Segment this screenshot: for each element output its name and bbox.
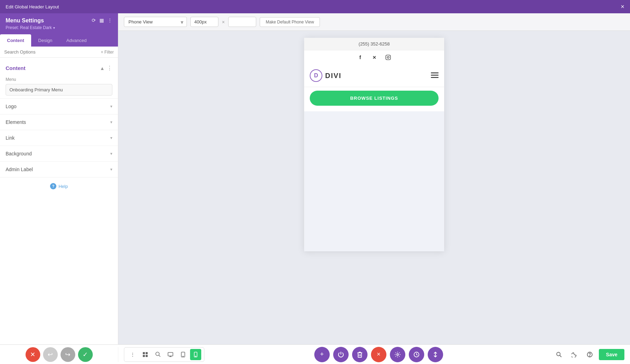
trash-circle-button[interactable] bbox=[352, 347, 368, 362]
tool-dots-button[interactable]: ⋮ bbox=[127, 349, 138, 360]
help-section: ? Help bbox=[0, 177, 118, 195]
content-section-title: Content bbox=[6, 65, 26, 71]
phone-number: (255) 352-6258 bbox=[359, 41, 390, 47]
undo-button[interactable]: ↩ bbox=[43, 347, 58, 362]
more-options-button[interactable]: ⋮ bbox=[107, 18, 112, 23]
gbb-right: ⋮ bbox=[118, 347, 630, 362]
twitter-x-icon[interactable]: ✕ bbox=[370, 53, 378, 62]
preview-body bbox=[304, 111, 444, 251]
hamburger-menu-icon[interactable] bbox=[431, 72, 439, 80]
make-default-button[interactable]: Make Default Phone View bbox=[260, 17, 320, 27]
gbb-right-actions: Save bbox=[553, 348, 624, 361]
tool-phone-button[interactable] bbox=[190, 349, 201, 360]
extra-input[interactable] bbox=[228, 17, 256, 27]
collapsible-logo[interactable]: Logo ▾ bbox=[0, 98, 118, 114]
add-circle-button[interactable]: + bbox=[314, 347, 330, 362]
svg-rect-5 bbox=[431, 77, 439, 78]
redo-button[interactable]: ↪ bbox=[61, 347, 75, 362]
width-clear-button[interactable]: × bbox=[222, 19, 225, 25]
svg-rect-0 bbox=[386, 55, 390, 59]
sync-icon-button[interactable]: ⟳ bbox=[92, 18, 96, 23]
history-circle-button[interactable] bbox=[409, 347, 424, 362]
tool-desktop-button[interactable] bbox=[165, 349, 176, 360]
view-select-wrapper: Phone View Tablet View Desktop View ▾ bbox=[124, 17, 187, 27]
svg-point-22 bbox=[397, 354, 398, 355]
svg-point-28 bbox=[590, 356, 590, 356]
svg-rect-19 bbox=[358, 353, 362, 357]
instagram-icon[interactable] bbox=[384, 53, 392, 62]
admin-label-chevron-icon: ▾ bbox=[110, 167, 112, 172]
width-input[interactable] bbox=[190, 17, 218, 27]
svg-rect-12 bbox=[168, 352, 173, 356]
content-section-header: Content ▲ ⋮ bbox=[0, 61, 118, 74]
menu-label: Menu bbox=[6, 77, 112, 82]
left-panel: Menu Settings Preset: Real Estate Dark ▾… bbox=[0, 13, 118, 344]
svg-point-1 bbox=[387, 56, 389, 58]
divi-text: DIVI bbox=[325, 72, 342, 80]
tool-search-button[interactable] bbox=[152, 349, 163, 360]
link-chevron-icon: ▾ bbox=[110, 135, 112, 140]
title-bar-text: Edit Global Header Layout bbox=[6, 4, 59, 9]
settings-circle-button[interactable] bbox=[390, 347, 405, 362]
facebook-icon[interactable]: f bbox=[356, 53, 364, 62]
global-bottom-bar: ✕ ↩ ↪ ✓ ⋮ bbox=[0, 344, 630, 364]
gbb-left: ✕ ↩ ↪ ✓ bbox=[0, 347, 118, 362]
background-chevron-icon: ▾ bbox=[110, 151, 112, 156]
preview-topbar: (255) 352-6258 bbox=[304, 38, 444, 50]
tab-design[interactable]: Design bbox=[31, 34, 59, 47]
collapsible-admin-label[interactable]: Admin Label ▾ bbox=[0, 161, 118, 177]
columns-icon-button[interactable]: ▦ bbox=[99, 18, 104, 23]
collapsible-elements[interactable]: Elements ▾ bbox=[0, 114, 118, 130]
gbb-center-buttons: + × bbox=[207, 347, 550, 362]
tabs-container: Content Design Advanced bbox=[0, 34, 118, 47]
help-link[interactable]: ? Help bbox=[6, 183, 112, 189]
search-right-button[interactable] bbox=[553, 348, 565, 361]
search-input[interactable] bbox=[4, 49, 98, 55]
tool-grid-button[interactable] bbox=[140, 349, 151, 360]
preview-navbar: D DIVI bbox=[304, 64, 444, 87]
view-select[interactable]: Phone View Tablet View Desktop View bbox=[124, 17, 187, 27]
menu-select[interactable]: Onboarding Primary Menu Main Menu Footer… bbox=[6, 84, 112, 96]
preview-frame-wrapper: (255) 352-6258 f ✕ bbox=[118, 31, 630, 344]
svg-line-26 bbox=[560, 355, 562, 357]
panel-preset: Preset: Real Estate Dark ▾ bbox=[6, 25, 55, 30]
divi-logo: D DIVI bbox=[310, 69, 342, 82]
panel-header-icons: ⟳ ▦ ⋮ bbox=[92, 18, 112, 23]
svg-rect-7 bbox=[146, 352, 148, 354]
moon-button[interactable] bbox=[568, 348, 581, 361]
svg-rect-8 bbox=[143, 355, 145, 357]
help-right-button[interactable] bbox=[583, 348, 596, 361]
search-bar: + Filter bbox=[0, 47, 118, 58]
close-button[interactable]: × bbox=[621, 3, 624, 10]
svg-rect-3 bbox=[431, 72, 439, 74]
reorder-circle-button[interactable] bbox=[428, 347, 443, 362]
content-section-toggle[interactable]: ▲ bbox=[100, 65, 105, 71]
elements-chevron-icon: ▾ bbox=[110, 120, 112, 125]
preview-social-bar: f ✕ bbox=[304, 50, 444, 64]
logo-chevron-icon: ▾ bbox=[110, 104, 112, 109]
cancel-button[interactable]: ✕ bbox=[26, 347, 40, 362]
preview-area: Phone View Tablet View Desktop View ▾ × … bbox=[118, 13, 630, 344]
tab-content[interactable]: Content bbox=[0, 34, 31, 47]
collapsible-link[interactable]: Link ▾ bbox=[0, 130, 118, 146]
gbb-toolbar-left: ⋮ bbox=[124, 347, 204, 362]
content-section-dots[interactable]: ⋮ bbox=[107, 65, 112, 71]
cta-button[interactable]: BROWSE LISTINGS bbox=[310, 91, 439, 106]
filter-button[interactable]: + Filter bbox=[101, 50, 114, 55]
confirm-button[interactable]: ✓ bbox=[78, 347, 93, 362]
svg-line-11 bbox=[159, 355, 160, 357]
panel-header: Menu Settings Preset: Real Estate Dark ▾… bbox=[0, 13, 118, 34]
panel-content: Content ▲ ⋮ Menu Onboarding Primary Menu… bbox=[0, 58, 118, 344]
preview-toolbar: Phone View Tablet View Desktop View ▾ × … bbox=[118, 13, 630, 31]
svg-point-16 bbox=[183, 356, 183, 357]
preset-chevron-icon: ▾ bbox=[53, 26, 55, 30]
tab-advanced[interactable]: Advanced bbox=[59, 34, 94, 47]
main-layout: Menu Settings Preset: Real Estate Dark ▾… bbox=[0, 13, 630, 344]
tool-tablet-button[interactable] bbox=[177, 349, 189, 360]
save-button[interactable]: Save bbox=[599, 349, 624, 360]
collapsible-background[interactable]: Background ▾ bbox=[0, 146, 118, 161]
help-icon: ? bbox=[50, 183, 56, 189]
close-circle-button[interactable]: × bbox=[371, 347, 386, 362]
svg-rect-9 bbox=[146, 355, 148, 357]
power-circle-button[interactable] bbox=[333, 347, 349, 362]
